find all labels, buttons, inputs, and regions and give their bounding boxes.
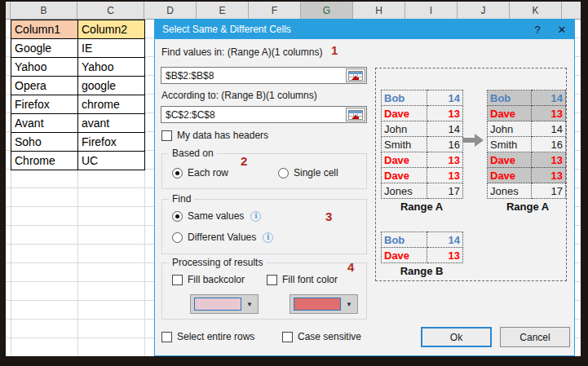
- cell[interactable]: avant: [78, 114, 145, 133]
- illustration-cell: Jones: [382, 183, 427, 199]
- illustration-cell: 13: [532, 152, 566, 168]
- table-row: SohoFirefox: [11, 133, 145, 152]
- column-header-k[interactable]: K: [510, 2, 562, 19]
- help-button[interactable]: ?: [525, 24, 550, 36]
- illustration-row: Dave13: [382, 248, 463, 263]
- checkbox-box[interactable]: [172, 275, 183, 285]
- range-b-caption: Range B: [381, 265, 462, 277]
- illustration-row: Dave13: [382, 152, 463, 168]
- cell[interactable]: UC: [78, 152, 145, 170]
- ok-button[interactable]: Ok: [421, 327, 492, 347]
- select-entire-rows-checkbox[interactable]: Select entire rows: [161, 331, 254, 342]
- based-on-group: Based on 2 Each row Single cell: [161, 153, 367, 189]
- illustration-row: Dave13: [488, 106, 566, 121]
- checkbox-box[interactable]: [161, 332, 172, 342]
- range-b-input[interactable]: $C$2:$C$8: [161, 106, 367, 123]
- illustration-cell: 14: [532, 121, 566, 137]
- fontcolor-dropdown[interactable]: ▼: [290, 294, 358, 314]
- cell[interactable]: IE: [78, 39, 145, 58]
- cell[interactable]: Chrome: [11, 152, 78, 170]
- processing-legend: Processing of results: [169, 257, 266, 268]
- cell[interactable]: Firefox: [11, 95, 78, 114]
- illustration-cell: John: [382, 121, 427, 137]
- based-on-legend: Based on: [169, 148, 217, 159]
- cell[interactable]: Yahoo: [11, 58, 78, 77]
- column-header-j[interactable]: J: [458, 2, 510, 19]
- range-picker-icon[interactable]: [346, 68, 365, 82]
- dialog-select-same-different-cells: Select Same & Different Cells ? ✕ Find v…: [154, 19, 575, 356]
- column-header-c[interactable]: C: [77, 2, 144, 19]
- different-values-radio[interactable]: Different Values i: [172, 232, 273, 243]
- cell[interactable]: chrome: [78, 95, 145, 114]
- table-row: ChromeUC: [11, 152, 145, 170]
- range-picker-icon[interactable]: [346, 108, 365, 121]
- illustration-cell: John: [488, 121, 532, 137]
- backcolor-swatch: [194, 298, 241, 311]
- header-cell[interactable]: Column2: [78, 20, 145, 39]
- radio-button[interactable]: [172, 168, 183, 179]
- illustration-cell: Bob: [382, 90, 427, 106]
- each-row-radio[interactable]: Each row: [172, 167, 228, 179]
- fill-font-color-checkbox[interactable]: Fill font color: [267, 274, 338, 285]
- column-header-e[interactable]: E: [197, 2, 249, 19]
- cell[interactable]: Soho: [11, 133, 78, 152]
- my-data-has-headers-checkbox[interactable]: My data has headers: [161, 130, 268, 141]
- radio-button[interactable]: [278, 168, 289, 179]
- illustration-cell: Dave: [488, 168, 532, 183]
- same-values-radio[interactable]: Same values i: [172, 210, 261, 222]
- column-header-d[interactable]: D: [144, 2, 197, 19]
- cell[interactable]: Opera: [11, 77, 78, 95]
- single-cell-radio[interactable]: Single cell: [278, 167, 338, 179]
- illustration-row: Dave13: [488, 152, 566, 168]
- screenshot-canvas: BCDEFGHIJK Column1Column2GoogleIEYahooYa…: [0, 0, 588, 366]
- chevron-down-icon[interactable]: ▼: [241, 301, 258, 308]
- illustration-cell: 17: [427, 183, 463, 199]
- range-a-input[interactable]: $B$2:$B$8: [161, 67, 367, 84]
- illustration-cell: Jones: [488, 183, 532, 199]
- fill-backcolor-checkbox[interactable]: Fill backcolor: [172, 274, 245, 285]
- chevron-down-icon[interactable]: ▼: [341, 301, 357, 308]
- close-icon[interactable]: ✕: [550, 24, 574, 36]
- table-row: Operagoogle: [11, 77, 145, 95]
- dialog-body: Find values in: (Range A)(1 columns) 1 $…: [155, 39, 574, 355]
- radio-button[interactable]: [172, 232, 183, 243]
- cell[interactable]: Avant: [11, 114, 78, 133]
- range-a-value[interactable]: $B$2:$B$8: [161, 70, 346, 82]
- column-header-i[interactable]: I: [405, 2, 458, 19]
- column-header-g[interactable]: G: [301, 2, 353, 19]
- range-a-before-table: Bob14Dave13John14Smith16Dave13Dave13Jone…: [381, 90, 463, 199]
- backcolor-dropdown[interactable]: ▼: [190, 294, 259, 314]
- illustration-row: John14: [488, 121, 566, 137]
- info-icon[interactable]: i: [250, 211, 261, 222]
- illustration-row: Bob14: [488, 90, 566, 106]
- illustration-cell: Bob: [382, 232, 427, 248]
- checkbox-box[interactable]: [161, 130, 172, 141]
- find-legend: Find: [169, 193, 194, 205]
- cancel-button[interactable]: Cancel: [500, 327, 570, 347]
- cell[interactable]: Google: [11, 39, 78, 58]
- table-row: GoogleIE: [11, 39, 145, 58]
- illustration-cell: 13: [427, 248, 463, 263]
- case-sensitive-checkbox[interactable]: Case sensitive: [282, 331, 361, 342]
- checkbox-box[interactable]: [282, 332, 293, 342]
- cell[interactable]: Yahoo: [78, 58, 145, 77]
- radio-button[interactable]: [172, 211, 183, 222]
- illustration-cell: 13: [427, 168, 463, 183]
- range-b-value[interactable]: $C$2:$C$8: [161, 109, 346, 121]
- illustration-cell: Dave: [488, 106, 532, 121]
- cell[interactable]: google: [78, 77, 145, 95]
- illustration-cell: 14: [427, 90, 463, 106]
- column-headers: BCDEFGHIJK: [6, 2, 581, 20]
- range-a-after-table: Bob14Dave13John14Smith16Dave13Dave13Jone…: [487, 90, 566, 199]
- column-header-h[interactable]: H: [353, 2, 405, 19]
- info-icon[interactable]: i: [263, 232, 273, 243]
- header-cell[interactable]: Column1: [11, 20, 78, 39]
- cell[interactable]: Firefox: [78, 133, 145, 152]
- dialog-titlebar[interactable]: Select Same & Different Cells ? ✕: [155, 20, 574, 39]
- column-header-filler: [562, 2, 581, 19]
- example-illustration: Bob14Dave13John14Smith16Dave13Dave13Jone…: [375, 68, 567, 281]
- column-header-b[interactable]: B: [11, 2, 77, 19]
- checkbox-box[interactable]: [267, 275, 277, 285]
- column-header-f[interactable]: F: [249, 2, 301, 19]
- illustration-row: Smith16: [488, 137, 566, 152]
